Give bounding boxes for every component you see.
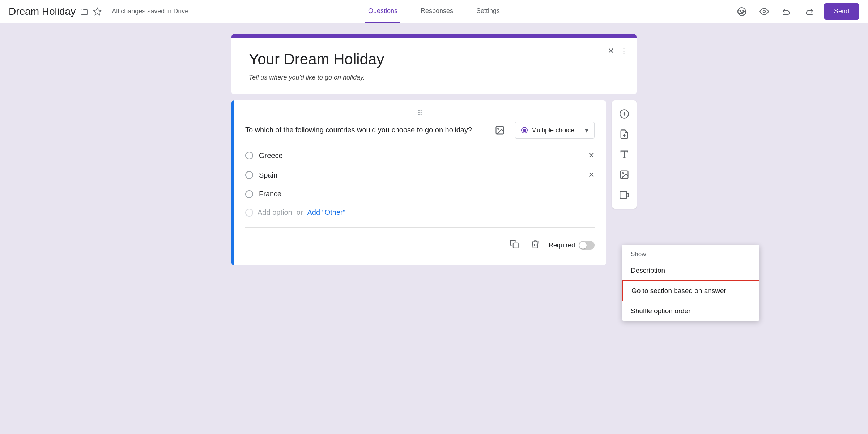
- palette-button[interactable]: [734, 4, 749, 19]
- add-option-row: Add option or Add "Other": [245, 203, 595, 222]
- tab-settings[interactable]: Settings: [473, 0, 503, 23]
- option-radio-spain: [245, 171, 253, 179]
- main-content: ✕ ⋮ Your Dream Holiday Tell us where you…: [0, 23, 868, 434]
- app-title: Dream Holiday: [9, 6, 76, 17]
- question-text-input[interactable]: [245, 123, 485, 137]
- folder-icon[interactable]: [80, 7, 89, 16]
- drag-handle[interactable]: ⠿: [245, 109, 595, 118]
- option-row: Greece ✕: [245, 146, 595, 165]
- add-other-link[interactable]: Add "Other": [307, 208, 345, 217]
- question-top-row: Multiple choice ▾: [245, 122, 595, 139]
- redo-button[interactable]: [801, 4, 817, 19]
- question-area: ⠿ Multiple choice ▾: [231, 100, 637, 265]
- import-questions-button[interactable]: [615, 125, 634, 144]
- option-row: Spain ✕: [245, 165, 595, 185]
- context-menu-go-to-section[interactable]: Go to section based on answer: [622, 280, 760, 301]
- form-header-card: ✕ ⋮ Your Dream Holiday Tell us where you…: [231, 34, 637, 94]
- required-toggle[interactable]: Required: [549, 241, 595, 250]
- context-menu-shuffle[interactable]: Shuffle option order: [622, 301, 760, 321]
- toggle-thumb: [579, 242, 587, 249]
- preview-button[interactable]: [757, 4, 772, 19]
- svg-point-2: [740, 10, 741, 11]
- remove-option-greece[interactable]: ✕: [588, 151, 595, 160]
- side-toolbar: [612, 100, 637, 209]
- question-card: ⠿ Multiple choice ▾: [231, 100, 606, 265]
- star-icon[interactable]: [93, 7, 102, 16]
- close-icon[interactable]: ✕: [608, 46, 614, 56]
- tab-questions[interactable]: Questions: [365, 0, 400, 23]
- form-title: Your Dream Holiday: [249, 51, 619, 68]
- toggle-track[interactable]: [579, 241, 595, 250]
- tab-bar: Questions Responses Settings: [365, 0, 503, 23]
- context-menu-description[interactable]: Description: [622, 261, 760, 280]
- radio-inner: [523, 129, 526, 132]
- context-menu: Show Description Go to section based on …: [622, 245, 760, 321]
- chevron-down-icon: ▾: [585, 126, 588, 135]
- send-button[interactable]: Send: [824, 3, 859, 20]
- option-radio-france: [245, 190, 253, 198]
- svg-point-3: [743, 10, 744, 11]
- add-option-or: or: [297, 208, 303, 217]
- svg-point-7: [498, 128, 499, 129]
- svg-point-5: [763, 10, 766, 13]
- context-menu-show-header: Show: [622, 245, 760, 261]
- question-type-selector[interactable]: Multiple choice ▾: [515, 122, 595, 139]
- svg-marker-19: [626, 193, 629, 196]
- add-video-button[interactable]: [615, 186, 634, 204]
- svg-rect-8: [513, 243, 518, 248]
- add-text-button[interactable]: [615, 145, 634, 164]
- required-label: Required: [549, 242, 575, 249]
- top-bar-right: Send: [734, 3, 859, 20]
- type-label: Multiple choice: [531, 127, 581, 134]
- option-label-spain: Spain: [259, 171, 582, 179]
- add-image-section-button[interactable]: [615, 165, 634, 184]
- add-option-radio: [245, 209, 253, 217]
- form-subtitle: Tell us where you'd like to go on holida…: [249, 74, 619, 81]
- tab-responses[interactable]: Responses: [418, 0, 456, 23]
- top-bar: Dream Holiday All changes saved in Drive…: [0, 0, 868, 23]
- card-divider: [245, 227, 595, 228]
- radio-indicator: [521, 127, 528, 133]
- svg-point-17: [622, 173, 624, 174]
- undo-button[interactable]: [779, 4, 794, 19]
- option-label-greece: Greece: [259, 152, 582, 160]
- add-option-text[interactable]: Add option: [258, 208, 292, 217]
- form-header-actions: ✕ ⋮: [608, 46, 628, 56]
- add-question-button[interactable]: [615, 105, 634, 123]
- saved-status: All changes saved in Drive: [112, 8, 188, 15]
- delete-button[interactable]: [528, 237, 543, 254]
- svg-marker-0: [94, 8, 101, 15]
- add-image-button[interactable]: [492, 122, 508, 138]
- more-options-icon[interactable]: ⋮: [620, 46, 628, 56]
- option-label-france: France: [259, 190, 595, 198]
- option-row: France: [245, 185, 595, 203]
- card-bottom: Required: [245, 234, 595, 254]
- duplicate-button[interactable]: [507, 237, 522, 254]
- option-radio-greece: [245, 152, 253, 159]
- remove-option-spain[interactable]: ✕: [588, 170, 595, 180]
